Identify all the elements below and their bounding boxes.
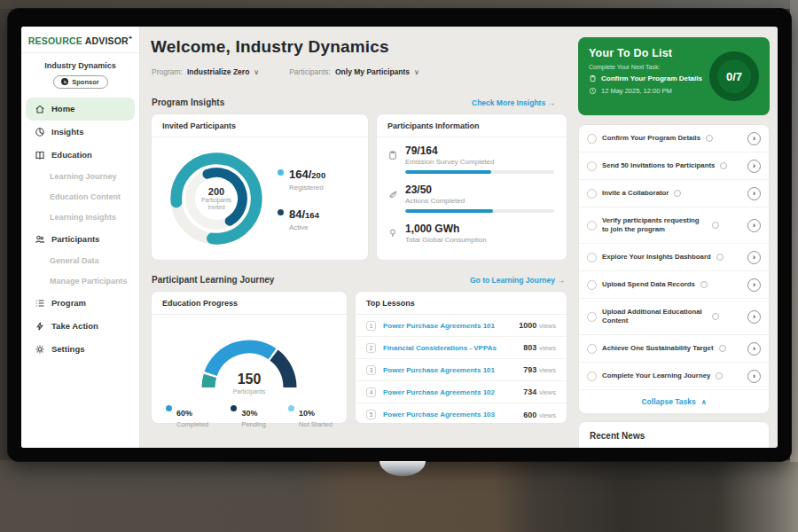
participants-select[interactable]: Participants: Only My Participants ∨	[289, 67, 419, 76]
sidebar-item-participants[interactable]: Participants	[26, 228, 135, 251]
legend-dot	[166, 405, 172, 411]
collapse-tasks-button[interactable]: Collapse Tasks ∧	[579, 390, 769, 413]
sidebar-item-take-action[interactable]: Take Action	[26, 315, 135, 338]
info-icon[interactable]	[716, 254, 724, 261]
sidebar-item-label: Education	[51, 150, 92, 160]
sidebar-item-learning-journey[interactable]: Learning Journey	[21, 167, 139, 187]
task-open-button[interactable]: ›	[747, 219, 761, 232]
donut-chart: 200 Participants Invited	[164, 146, 269, 251]
donut-center-value: 200	[208, 186, 224, 197]
lesson-link[interactable]: Power Purchase Agreements 102	[383, 388, 495, 396]
legend-value: 60%	[176, 409, 192, 418]
check-more-insights-link[interactable]: Check More Insights →	[472, 98, 555, 107]
info-icon[interactable]	[716, 372, 723, 379]
lesson-link[interactable]: Financial Considerations - VPPAs	[383, 344, 497, 352]
sidebar-item-insights[interactable]: Insights	[26, 121, 135, 144]
photo-background: RESOURCE ADVISOR+ Industry Dynamics s Sp…	[0, 0, 798, 532]
sidebar-item-education[interactable]: Education	[26, 144, 135, 167]
participants-value: Only My Participants	[335, 67, 410, 76]
task-open-button[interactable]: ›	[747, 160, 761, 173]
clipboard-icon	[387, 150, 398, 160]
lesson-link[interactable]: Power Purchase Agreements 101	[383, 366, 495, 374]
info-icon[interactable]	[700, 281, 708, 288]
task-open-button[interactable]: ›	[747, 251, 761, 264]
task-checkbox[interactable]	[587, 372, 597, 381]
info-icon[interactable]	[706, 135, 713, 142]
participants-information-card: Participants Information 79/164 Emission…	[376, 113, 567, 261]
lesson-link[interactable]: Power Purchase Agreements 103	[383, 411, 495, 419]
go-to-learning-journey-link[interactable]: Go to Learning Journey →	[470, 276, 565, 285]
sponsor-badge: s Sponsor	[53, 75, 108, 89]
sidebar-item-home[interactable]: Home	[26, 98, 135, 121]
legend-value: 84/164	[289, 207, 319, 221]
program-select[interactable]: Program: Industrialize Zero ∨	[152, 67, 259, 76]
task-checkbox[interactable]	[587, 253, 597, 262]
leaf-icon	[387, 189, 398, 200]
task-open-button[interactable]: ›	[747, 310, 761, 324]
task-checkbox[interactable]	[587, 189, 597, 199]
education-progress-card: Education Progress 150 Participants 60% …	[151, 291, 348, 424]
sidebar-item-program[interactable]: Program	[26, 292, 135, 315]
task-row: Explore Your Insights Dashboard ›	[579, 244, 769, 271]
task-row: Upload Additional Educational Content ›	[579, 299, 769, 335]
lesson-link[interactable]: Power Purchase Agreements 101	[383, 322, 495, 330]
stat-emission-survey: 79/164 Emission Survey Completed	[387, 145, 554, 174]
lesson-row: 2 Financial Considerations - VPPAs 803vi…	[356, 337, 567, 359]
legend-label: Not Started	[299, 420, 332, 428]
gauge-legend: 60% Completed 30% Pending 10% Not Starte…	[152, 395, 347, 428]
filters-row: Program: Industrialize Zero ∨ Participan…	[152, 67, 419, 76]
legend-label: Completed	[176, 420, 208, 428]
legend-item-active: 84/164 Active	[278, 206, 325, 231]
task-open-button[interactable]: ›	[747, 132, 761, 145]
task-label: Verify participants requesting to join t…	[602, 216, 707, 234]
legend-item-completed: 60% Completed	[166, 403, 208, 428]
task-open-button[interactable]: ›	[747, 187, 761, 200]
lesson-row: 5 Power Purchase Agreements 103 600views	[356, 403, 567, 426]
views-suffix: views	[539, 411, 556, 419]
todo-summary-card: Your To Do List Complete Your Next Task:…	[578, 37, 770, 115]
sidebar-item-manage-participants[interactable]: Manage Participants	[21, 271, 139, 292]
info-icon[interactable]	[674, 190, 681, 197]
stat-value: 1,000 GWh	[405, 223, 554, 235]
info-icon[interactable]	[712, 313, 719, 320]
section-title-program-insights: Program Insights	[152, 98, 224, 107]
invited-participants-card: Invited Participants 200 Participants In…	[151, 113, 369, 261]
program-label: Program:	[152, 67, 183, 76]
task-checkbox[interactable]	[587, 280, 597, 290]
collapse-label: Collapse Tasks	[641, 397, 695, 406]
task-open-button[interactable]: ›	[747, 278, 761, 292]
sidebar-item-settings[interactable]: Settings	[26, 338, 135, 361]
participants-label: Participants:	[289, 67, 331, 76]
dashboard-screen: RESOURCE ADVISOR+ Industry Dynamics s Sp…	[21, 27, 778, 448]
views-suffix: views	[539, 366, 556, 374]
task-checkbox[interactable]	[587, 161, 597, 171]
views-count: 1000	[519, 321, 536, 330]
progress-fill	[405, 209, 493, 213]
arrow-right-icon: →	[548, 98, 556, 107]
task-open-button[interactable]: ›	[747, 342, 761, 356]
stats-list: 79/164 Emission Survey Completed 23/50 A…	[377, 137, 567, 248]
info-icon[interactable]	[720, 162, 727, 169]
todo-tasks-card: Confirm Your Program Details › Send 50 I…	[578, 124, 770, 414]
sidebar-nav: Home Insights Education Learning Journey…	[21, 98, 139, 361]
task-checkbox[interactable]	[587, 312, 597, 322]
info-icon[interactable]	[719, 345, 726, 352]
task-checkbox[interactable]	[587, 221, 597, 231]
legend-label: Registered	[289, 184, 325, 192]
stat-value: 79/164	[405, 145, 554, 157]
task-open-button[interactable]: ›	[747, 370, 761, 383]
org-name: Industry Dynamics	[21, 61, 139, 70]
sidebar-item-general-data[interactable]: General Data	[21, 251, 139, 271]
card-title: Education Progress	[152, 292, 347, 315]
task-checkbox[interactable]	[587, 344, 597, 354]
gauge-center-value: 150	[191, 372, 308, 387]
progress-fill	[405, 170, 491, 174]
sidebar-item-learning-insights[interactable]: Learning Insights	[21, 207, 139, 228]
task-checkbox[interactable]	[587, 134, 597, 144]
views-suffix: views	[539, 322, 556, 330]
people-icon	[35, 234, 45, 245]
info-icon[interactable]	[712, 222, 719, 229]
clock-icon	[589, 87, 597, 95]
sidebar-item-education-content[interactable]: Education Content	[21, 187, 139, 207]
rank-badge: 3	[366, 365, 376, 375]
